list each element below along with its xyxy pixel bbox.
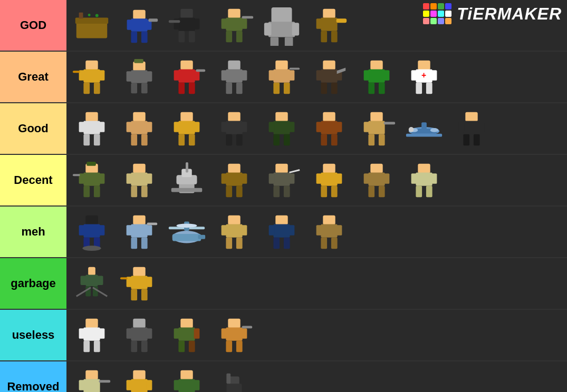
svg-rect-144 (459, 122, 465, 132)
svg-rect-261 (131, 341, 137, 352)
list-item (69, 54, 115, 100)
svg-rect-290 (174, 380, 180, 390)
svg-rect-71 (284, 83, 290, 94)
list-item (211, 2, 257, 48)
svg-rect-110 (189, 134, 195, 145)
list-item (164, 105, 210, 152)
svg-rect-237 (85, 275, 98, 286)
svg-line-179 (290, 170, 300, 173)
svg-rect-278 (79, 380, 85, 390)
svg-rect-263 (180, 319, 193, 328)
svg-rect-20 (228, 9, 240, 18)
svg-rect-236 (88, 267, 95, 276)
list-item (353, 157, 400, 203)
svg-rect-125 (316, 122, 322, 132)
svg-rect-17 (178, 31, 185, 42)
svg-rect-39 (85, 61, 98, 70)
svg-rect-22 (222, 18, 227, 29)
svg-rect-274 (236, 341, 243, 352)
list-item (116, 260, 162, 307)
svg-rect-282 (133, 370, 145, 380)
svg-rect-209 (131, 238, 137, 249)
svg-rect-62 (222, 70, 227, 81)
svg-rect-219 (226, 224, 242, 237)
svg-point-204 (82, 246, 101, 251)
svg-rect-173 (275, 164, 287, 173)
svg-rect-235 (331, 238, 338, 249)
svg-rect-283 (131, 379, 147, 392)
list-item (164, 157, 210, 203)
tier-label-god: GOD (0, 0, 66, 51)
svg-rect-91 (426, 83, 433, 94)
svg-rect-134 (379, 134, 385, 145)
svg-rect-253 (79, 328, 85, 339)
list-item (258, 105, 305, 152)
svg-rect-226 (269, 225, 275, 236)
svg-rect-103 (131, 134, 137, 145)
svg-rect-156 (133, 164, 145, 173)
list-item (306, 105, 352, 152)
list-item (69, 260, 115, 307)
svg-rect-211 (147, 222, 158, 225)
svg-rect-197 (426, 186, 433, 197)
svg-rect-88 (411, 70, 417, 81)
svg-rect-68 (269, 70, 275, 81)
svg-rect-70 (273, 83, 280, 94)
list-item (211, 364, 257, 392)
svg-rect-10 (131, 32, 137, 43)
svg-rect-168 (226, 172, 242, 185)
list-item: + (401, 54, 447, 100)
svg-rect-169 (222, 173, 227, 184)
svg-rect-147 (474, 134, 480, 145)
tier-row-garbage: garbage (0, 258, 567, 310)
svg-rect-77 (321, 83, 327, 94)
tier-label-great: Great (0, 52, 66, 102)
svg-rect-150 (83, 172, 100, 185)
list-item (69, 312, 115, 358)
svg-rect-118 (273, 121, 290, 134)
tier-row-useless: useless (0, 310, 567, 361)
svg-rect-222 (226, 238, 232, 249)
svg-rect-254 (99, 328, 105, 339)
list-item (164, 2, 210, 48)
svg-rect-272 (242, 328, 247, 339)
svg-rect-205 (133, 215, 145, 225)
logo-text: TiERMAKER (457, 4, 562, 24)
svg-rect-35 (316, 18, 322, 29)
svg-rect-260 (147, 328, 152, 339)
tier-content-garbage (66, 258, 567, 309)
svg-rect-153 (83, 186, 90, 197)
list-item (211, 209, 257, 255)
svg-rect-13 (180, 9, 193, 18)
list-item (211, 105, 257, 152)
list-item (69, 364, 115, 392)
svg-rect-114 (242, 122, 247, 132)
svg-point-217 (177, 223, 197, 228)
list-item (69, 2, 115, 48)
svg-rect-74 (321, 69, 337, 82)
svg-rect-94 (83, 121, 100, 134)
svg-rect-24 (242, 16, 253, 18)
tier-label-decent: Decent (0, 155, 66, 205)
svg-rect-42 (99, 70, 105, 81)
svg-rect-30 (292, 23, 300, 35)
svg-rect-196 (416, 186, 422, 197)
svg-rect-158 (127, 173, 132, 184)
svg-rect-146 (463, 134, 469, 145)
svg-rect-193 (416, 172, 432, 185)
svg-rect-84 (368, 83, 374, 94)
svg-rect-266 (194, 328, 200, 339)
svg-rect-32 (285, 37, 293, 46)
svg-rect-262 (141, 341, 148, 352)
svg-rect-33 (323, 9, 335, 18)
list-item (116, 105, 162, 152)
list-item (116, 2, 162, 48)
svg-rect-285 (147, 380, 152, 390)
svg-rect-291 (194, 380, 200, 390)
svg-rect-207 (127, 225, 132, 236)
svg-rect-49 (147, 71, 152, 82)
svg-rect-224 (275, 215, 287, 225)
svg-text:+: + (421, 71, 426, 80)
svg-point-140 (430, 128, 439, 132)
list-item (69, 157, 115, 203)
